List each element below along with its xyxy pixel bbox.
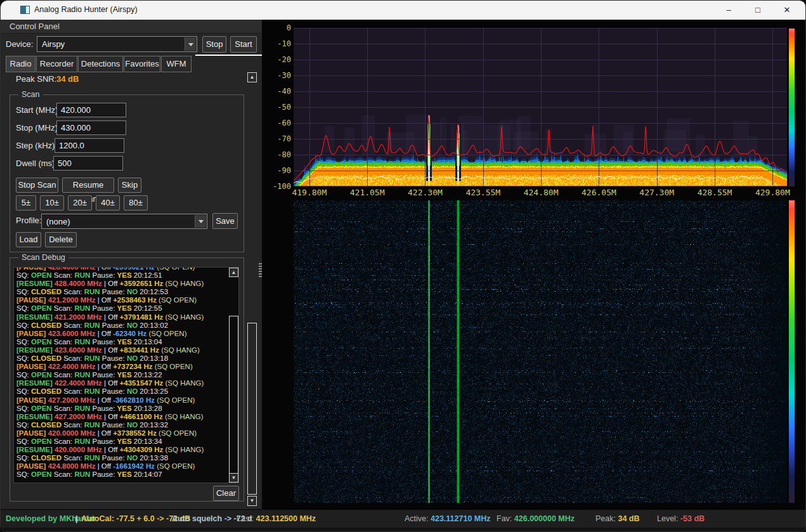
log-line: SQ: OPEN Scan: RUN Pause: YES 20:12:55 [16, 304, 228, 313]
step-40-button[interactable]: 40± [96, 195, 120, 211]
db-axis-label: -30 [270, 71, 291, 80]
profile-combobox[interactable]: (none) [41, 214, 207, 229]
tab-detections[interactable]: Detections [78, 56, 123, 72]
step-20-button[interactable]: 20± [68, 195, 92, 211]
start-button[interactable]: Start [230, 36, 257, 53]
scan-stop-label: Stop (MHz): [16, 123, 60, 133]
device-value: Airspy [42, 37, 65, 51]
scan-start-label: Start (MHz): [16, 105, 60, 115]
panel-scroll-up-icon[interactable]: ▲ [247, 72, 257, 82]
device-combobox[interactable]: Airspy [37, 36, 197, 52]
db-axis-label: -80 [270, 150, 291, 159]
status-fav: Fav: 426.000000 MHz [497, 510, 575, 528]
freq-axis-label: 422.30M [405, 188, 445, 197]
log-line: SQ: CLOSED Scan: RUN Pause: NO 20:13:18 [16, 354, 228, 363]
panel-scroll-down-icon[interactable]: ▼ [247, 496, 257, 506]
stop-scan-button[interactable]: Stop Scan [16, 178, 58, 193]
status-fav-value: 426.000000 MHz [514, 514, 575, 523]
log-line: SQ: CLOSED Scan: RUN Pause: NO 20:12:53 [16, 288, 228, 296]
freq-axis-label: 428.55M [694, 188, 735, 197]
log-line: [PAUSE] 422.4000 MHz | Off +737234 Hz (S… [16, 363, 228, 371]
log-line: SQ: OPEN Scan: RUN Pause: YES 20:14:07 [16, 470, 228, 479]
panel-scrollbar-thumb[interactable] [247, 323, 257, 495]
tab-recorder[interactable]: Recorder [36, 56, 77, 72]
step-5-button[interactable]: 5± [16, 195, 36, 211]
peak-snr-value: 34 dB [56, 74, 79, 84]
freq-axis-label: 429.80M [752, 188, 793, 197]
status-last-value: 423.112500 MHz [256, 514, 316, 523]
window-title: Analog Radio Hunter (Airspy) [34, 5, 138, 14]
log-line: [RESUME] 422.4000 MHz | Off +4351547 Hz … [16, 379, 228, 387]
resume-scan-button[interactable]: Resume Scan [62, 178, 114, 193]
freq-axis-label: 424.80M [521, 188, 561, 197]
log-line: SQ: OPEN Scan: RUN Pause: YES 20:13:28 [16, 405, 228, 413]
app-window: Analog Radio Hunter (Airspy) – □ ✕ Contr… [0, 0, 806, 532]
db-axis-label: -20 [270, 55, 291, 64]
log-line: SQ: OPEN Scan: RUN Pause: YES 20:13:22 [16, 371, 228, 379]
log-line: SQ: CLOSED Scan: RUN Pause: NO 20:13:38 [16, 454, 228, 462]
log-line: [PAUSE] 421.2000 MHz | Off +2538463 Hz (… [16, 296, 228, 304]
tabbar-baseline [195, 55, 262, 56]
scan-start-input[interactable] [56, 103, 126, 117]
status-active-value: 423.112710 MHz [431, 514, 491, 523]
log-line: SQ: CLOSED Scan: RUN Pause: NO 20:13:25 [16, 387, 228, 396]
status-peak-value: 34 dB [618, 514, 639, 523]
freq-axis-label: 427.30M [637, 188, 677, 197]
tab-radio[interactable]: Radio [6, 56, 36, 72]
tab-favorites[interactable]: Favorites [124, 56, 160, 72]
log-scrollbar-thumb[interactable] [229, 316, 238, 474]
app-icon [20, 6, 30, 14]
freq-axis-label: 426.05M [578, 188, 619, 197]
log-line: [PAUSE] 423.6000 MHz | Off -62340 Hz (SQ… [16, 330, 228, 338]
status-peak: Peak: 34 dB [595, 510, 640, 528]
step-10-button[interactable]: 10± [40, 195, 64, 211]
status-level: Level: -53 dB [657, 510, 705, 528]
window-bottom-edge [1, 528, 806, 532]
scan-step-label: Step (kHz): [16, 141, 57, 150]
log-line: [PAUSE] 428.4000 MHz | Off -2399621 Hz (… [16, 267, 228, 271]
spectrum-colorbar [789, 29, 795, 186]
scan-debug-title: Scan Debug [18, 253, 68, 262]
scan-debug-logbox[interactable]: [PAUSE] 428.4000 MHz | Off -2399621 Hz (… [13, 267, 239, 483]
db-axis-label: -50 [270, 103, 291, 112]
db-axis-label: -70 [270, 134, 291, 143]
log-line: SQ: OPEN Scan: RUN Pause: YES 20:13:34 [16, 438, 228, 446]
status-active: Active: 423.112710 MHz [405, 510, 491, 528]
db-axis-label: -60 [270, 119, 291, 127]
log-scroll-down-icon[interactable]: ▼ [229, 473, 238, 483]
db-axis-label: -10 [270, 39, 291, 48]
save-button[interactable]: Save [212, 213, 238, 229]
load-button[interactable]: Load [16, 232, 41, 247]
log-line: [RESUME] 423.6000 MHz | Off +833441 Hz (… [16, 346, 228, 354]
log-line: SQ: OPEN Scan: RUN Pause: YES 20:13:04 [16, 338, 228, 346]
freq-axis-label: 423.55M [463, 188, 504, 197]
control-panel-header: Control Panel [1, 20, 262, 34]
step-80-button[interactable]: 80± [124, 195, 148, 211]
log-line: [PAUSE] 420.0000 MHz | Off +3738552 Hz (… [16, 429, 228, 438]
log-scroll-up-icon[interactable]: ▲ [229, 268, 238, 277]
db-axis-label: -90 [270, 166, 291, 175]
log-line: [RESUME] 421.2000 MHz | Off +3791481 Hz … [16, 313, 228, 321]
waterfall-canvas[interactable] [294, 200, 787, 503]
clear-button[interactable]: Clear [213, 486, 239, 501]
freq-axis-label: 419.80M [289, 188, 330, 197]
status-separator: | [75, 510, 78, 528]
delete-button[interactable]: Delete [45, 232, 77, 247]
status-last: Last: 423.112500 MHz [237, 510, 316, 528]
profile-value: (none) [46, 214, 70, 229]
tab-wfm[interactable]: WFM [161, 56, 192, 72]
maximize-button[interactable]: □ [744, 1, 772, 20]
log-line: [PAUSE] 424.8000 MHz | Off -1661942 Hz (… [16, 462, 228, 470]
close-button[interactable]: ✕ [773, 1, 801, 20]
scan-step-input[interactable] [55, 138, 124, 153]
status-level-value: -53 dB [680, 514, 705, 523]
scan-group-title: Scan [18, 90, 43, 99]
spectrum-canvas[interactable] [294, 28, 787, 186]
scan-debug-log: [PAUSE] 428.4000 MHz | Off -2399621 Hz (… [16, 267, 228, 479]
minimize-button[interactable]: – [715, 1, 743, 20]
skip-button[interactable]: Skip [118, 178, 141, 193]
stop-button[interactable]: Stop [202, 36, 226, 53]
scan-stop-input[interactable] [56, 120, 126, 135]
log-line: SQ: CLOSED Scan: RUN Pause: NO 20:13:02 [16, 321, 228, 330]
scan-dwell-input[interactable] [53, 156, 123, 171]
